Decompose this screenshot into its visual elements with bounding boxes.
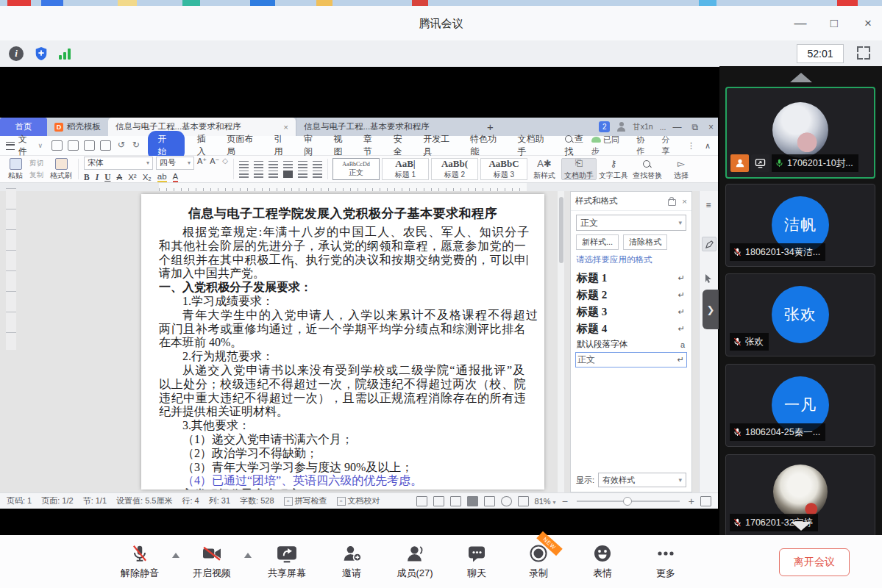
align-center-icon[interactable] bbox=[254, 171, 263, 178]
style-item-normal-selected[interactable]: 正文↵ bbox=[575, 352, 687, 368]
select-rail-icon[interactable] bbox=[702, 272, 715, 285]
participant-tile-2[interactable]: 洁帆 1806201-34黄洁... bbox=[725, 184, 875, 267]
print-icon[interactable] bbox=[84, 140, 95, 151]
style-heading2[interactable]: AaBb( 标题 2 bbox=[431, 158, 478, 180]
sort-icon[interactable] bbox=[298, 161, 307, 168]
show-marks-icon[interactable] bbox=[313, 161, 322, 168]
document-scrollbar[interactable] bbox=[558, 191, 564, 492]
maximize-button[interactable]: □ bbox=[828, 16, 841, 31]
menubar-more-icon[interactable]: ⋮ bbox=[687, 141, 695, 151]
menu-security[interactable]: 安全 bbox=[394, 133, 411, 158]
leave-meeting-button[interactable]: 离开会议 bbox=[779, 548, 850, 576]
number-list-icon[interactable] bbox=[254, 161, 263, 168]
shrink-font-icon[interactable]: A⁻ bbox=[210, 157, 219, 170]
menu-file[interactable]: 文件 bbox=[18, 133, 36, 158]
wps-minimize-button[interactable]: — bbox=[672, 122, 681, 132]
participant-tile-1[interactable]: 1706201-10封... bbox=[725, 87, 875, 179]
minimize-button[interactable]: — bbox=[794, 16, 807, 31]
strikethrough-button[interactable]: A bbox=[116, 173, 122, 182]
show-style-select[interactable]: 有效样式 ▾ bbox=[598, 473, 686, 487]
menu-doc-helper[interactable]: 文档助手 bbox=[517, 133, 552, 158]
font-size-select[interactable]: 四号▾ bbox=[156, 157, 194, 170]
shading-icon[interactable] bbox=[313, 171, 322, 178]
italic-button[interactable]: I bbox=[96, 173, 99, 182]
scroll-up-arrow[interactable] bbox=[790, 73, 812, 82]
spellcheck-toggle[interactable]: ×拼写检查 bbox=[284, 495, 327, 506]
eye-protect-icon[interactable] bbox=[518, 496, 529, 506]
sidebar-collapse-arrow[interactable]: ❯ bbox=[703, 290, 719, 329]
collaborate-button[interactable]: 协作 bbox=[636, 135, 652, 157]
style-item-h4[interactable]: 标题 4↵ bbox=[571, 320, 691, 337]
members-button[interactable]: 成员(27) bbox=[383, 543, 447, 580]
style-item-h1[interactable]: 标题 1↵ bbox=[571, 270, 691, 287]
unmute-button[interactable]: 解除静音 bbox=[109, 543, 171, 580]
wps-restore-button[interactable]: ⧉ bbox=[691, 122, 698, 132]
view-page-icon[interactable] bbox=[467, 496, 478, 506]
menu-view[interactable]: 视图 bbox=[334, 133, 352, 158]
view-two-page-icon[interactable] bbox=[433, 496, 444, 506]
style-heading1[interactable]: AaB| 标题 1 bbox=[382, 158, 429, 180]
emoji-button[interactable]: 表情 bbox=[571, 543, 634, 580]
ribbon-fold-icon[interactable]: ∧ bbox=[705, 141, 711, 151]
clear-format-icon[interactable]: ◇ bbox=[222, 157, 228, 170]
proofread-toggle[interactable]: ×文档校对 bbox=[337, 495, 380, 506]
share-button[interactable]: 分享 bbox=[661, 135, 677, 157]
view-write-icon[interactable] bbox=[450, 496, 461, 506]
chat-button[interactable]: 聊天 bbox=[447, 543, 506, 580]
grow-font-icon[interactable]: A⁺ bbox=[197, 157, 207, 170]
styles-panel-close-icon[interactable]: × bbox=[682, 197, 687, 206]
network-signal-icon[interactable] bbox=[59, 48, 71, 60]
panel-toggle-icon[interactable]: ≡ bbox=[702, 198, 715, 212]
new-style-panel-button[interactable]: 新样式... bbox=[576, 234, 619, 250]
clear-format-panel-button[interactable]: 清除格式 bbox=[623, 234, 667, 250]
style-item-h2[interactable]: 标题 2↵ bbox=[571, 287, 691, 304]
sync-status[interactable]: 已同步 bbox=[591, 135, 627, 157]
status-wordcount[interactable]: 字数: 528 bbox=[240, 495, 274, 506]
vertical-ruler[interactable] bbox=[6, 188, 16, 350]
menu-find[interactable]: 查找 bbox=[565, 133, 591, 158]
wps-tab-docer[interactable]: D 稻壳模板 bbox=[47, 118, 108, 136]
document-page[interactable]: 信息与电子工程学院发展入党积极分子基本要求和程序 根据党章规定:年满十八岁的中国… bbox=[141, 194, 544, 490]
styles-rail-icon[interactable] bbox=[702, 237, 716, 251]
copy-button[interactable]: 复制 bbox=[29, 171, 43, 180]
menu-features[interactable]: 特色功能 bbox=[470, 133, 505, 158]
wps-tabbar-more[interactable]: ... bbox=[660, 123, 666, 132]
invite-button[interactable]: 邀请 bbox=[321, 543, 383, 580]
start-video-button[interactable]: 开启视频 bbox=[181, 543, 243, 580]
wps-notification-badge[interactable]: 2 bbox=[599, 121, 610, 132]
menu-insert[interactable]: 插入 bbox=[197, 133, 215, 158]
horizontal-ruler[interactable] bbox=[0, 183, 718, 191]
outdent-icon[interactable] bbox=[268, 161, 278, 168]
highlight-button[interactable]: ab bbox=[157, 172, 167, 182]
tab-close-icon[interactable]: × bbox=[283, 123, 288, 132]
style-heading3[interactable]: AaBbC 标题 3 bbox=[480, 158, 527, 180]
underline-button[interactable]: U bbox=[104, 173, 110, 182]
font-color-button[interactable]: A bbox=[173, 172, 179, 182]
current-style-select[interactable]: 正文 ▾ bbox=[576, 215, 686, 231]
save-icon[interactable] bbox=[51, 140, 63, 151]
style-item-default-font[interactable]: 默认段落字体a bbox=[571, 337, 691, 351]
cut-button[interactable]: 剪切 bbox=[29, 159, 43, 168]
share-screen-button[interactable]: 共享屏幕 bbox=[253, 543, 321, 580]
record-button[interactable]: NEW 录制 bbox=[506, 543, 571, 580]
font-name-select[interactable]: 宋体▾ bbox=[84, 157, 153, 170]
menu-review[interactable]: 审阅 bbox=[304, 133, 321, 158]
zoom-out-icon[interactable]: − bbox=[562, 495, 568, 507]
style-normal[interactable]: AaBbCcDd 正文 bbox=[332, 158, 380, 180]
new-style-button[interactable]: A✱ 新样式 bbox=[527, 156, 561, 182]
wps-close-button[interactable]: × bbox=[708, 122, 714, 132]
undo-icon[interactable]: ↺ bbox=[116, 140, 126, 149]
menu-section[interactable]: 章节 bbox=[363, 133, 381, 158]
zoom-slider[interactable] bbox=[577, 501, 680, 502]
audio-options-arrow[interactable] bbox=[172, 553, 179, 558]
export-icon[interactable] bbox=[68, 140, 79, 151]
select-button[interactable]: ▻ 选择 bbox=[664, 156, 698, 182]
bullet-list-icon[interactable] bbox=[239, 161, 249, 168]
align-left-icon[interactable] bbox=[239, 171, 249, 178]
subscript-button[interactable]: X₂ bbox=[143, 173, 152, 182]
participant-tile-3[interactable]: 张欢 张欢 bbox=[725, 273, 875, 356]
find-replace-button[interactable]: 查找替换 bbox=[630, 156, 664, 182]
scroll-down-arrow[interactable] bbox=[791, 522, 811, 531]
format-painter-button[interactable]: 格式刷 bbox=[46, 156, 76, 182]
paste-button[interactable]: 粘贴 bbox=[4, 156, 26, 182]
